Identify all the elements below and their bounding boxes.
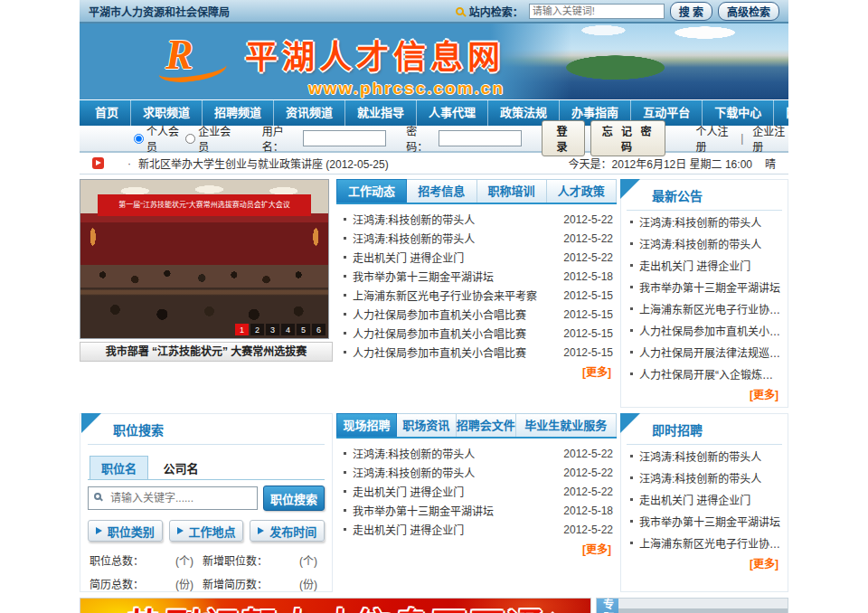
list-item: 汪鸿涛:科技创新的带头人 [627,211,782,232]
more-link[interactable]: [更多] [627,384,782,403]
username-field[interactable] [303,130,386,146]
news-link[interactable]: 走出机关门 进得企业门 [353,484,464,499]
more-link[interactable]: [更多] [338,362,615,381]
tab-jobfair-files[interactable]: 招聘会文件 [457,413,516,437]
bullet-icon [630,373,633,375]
news-date: 2012-5-15 [556,346,613,359]
site-search-input[interactable] [529,4,665,19]
news-link[interactable]: 汪鸿涛:科技创新的带头人 [353,212,475,227]
nav-item-home[interactable]: 首页 [83,100,131,126]
list-item: 人力社保局参加市直机关小合唱比赛2012-5-15 [338,324,615,343]
special-column-banner[interactable]: 专题专栏 精英引领 1 2 3 4 5 [596,598,788,613]
celebration-banner[interactable]: 热烈祝贺人才信息网开通 [80,598,591,613]
photo-pager-item[interactable]: 4 [281,324,295,335]
nav-item-info[interactable]: 资讯频道 [274,100,345,126]
password-field[interactable] [439,130,522,146]
stat-label: 简历总数： [90,576,158,591]
password-label: 密码： [406,123,433,154]
nav-item-download[interactable]: 下载中心 [703,100,774,126]
news-link[interactable]: 人力社保局参加市直机关小合唱比赛 [353,306,526,322]
bullet-icon [344,256,346,259]
news-link[interactable]: 汪鸿涛:科技创新的带头人 [353,231,475,246]
tab-exam-info[interactable]: 招考信息 [407,179,476,203]
forgot-password-button[interactable]: 忘 记 密 码 [590,120,665,156]
ticker-news-link[interactable]: 新北区举办大学生创业与就业政策讲座 (2012-05-25) [138,156,389,171]
photo-pager-item[interactable]: 5 [297,324,310,335]
nav-item-recruit[interactable]: 招聘频道 [203,100,274,126]
announce-link[interactable]: 上海浦东新区光电子行业协会来平考 [639,301,782,316]
photo-pager-item[interactable]: 3 [266,324,279,335]
photo-pager-item[interactable]: 6 [312,324,326,335]
news-link[interactable]: 人力社保局参加市直机关小合唱比赛 [353,344,526,360]
instant-job-link[interactable]: 我市举办第十三期金平湖讲坛 [639,514,780,529]
news-link[interactable]: 走出机关门 进得企业门 [353,250,464,265]
announce-link[interactable]: 走出机关门 进得企业门 [639,258,750,273]
more-link[interactable]: [更多] [338,539,615,558]
tab-work-news[interactable]: 工作动态 [336,179,407,203]
job-stats: 职位总数： (个) 新增职位数： (个) 简历总数： (份) 新增简历数： (份… [88,552,325,591]
nav-item-hr-agency[interactable]: 人事代理 [417,100,488,126]
filter-job-category[interactable]: 职位类别 [88,520,163,542]
nav-item-guidance[interactable]: 就业指导 [345,100,417,126]
photo-caption-link[interactable]: 我市部署 “江苏技能状元” 大赛常州选拔赛 [80,342,333,362]
filter-publish-time[interactable]: 发布时间 [250,520,325,542]
page: 平湖市人力资源和社会保障局 站内检索： 搜 索 高级检索 R 平湖人才信息网 w… [80,0,788,613]
nav-item-sitemap[interactable]: 网站地图 [774,100,844,126]
news-link[interactable]: 我市举办第十三期金平湖讲坛 [353,503,494,518]
tab-career-info[interactable]: 职场资讯 [397,413,457,437]
news-photo[interactable]: 第一届“江苏技能状元”大赛常州选拔赛动员会扩大会议 1 2 3 4 5 6 [80,179,329,339]
job-search-button[interactable]: 职位搜索 [263,486,325,511]
news-link[interactable]: 走出机关门 进得企业门 [353,522,464,537]
instant-job-link[interactable]: 上海浦东新区光电子行业协会来平考 [639,535,782,551]
instant-job-link[interactable]: 汪鸿涛:科技创新的带头人 [639,470,761,486]
bullet-icon [630,264,633,267]
bullet-icon [344,275,346,278]
main-content: 第一届“江苏技能状元”大赛常州选拔赛动员会扩大会议 1 2 3 4 5 6 我市… [80,174,788,613]
tab-title-training[interactable]: 职称培训 [477,179,547,203]
search-button[interactable]: 搜 索 [670,2,712,21]
company-register-link[interactable]: 企业注册 [752,123,788,154]
stat-value: (份) [162,576,199,591]
instant-job-link[interactable]: 汪鸿涛:科技创新的带头人 [639,448,761,464]
bullet-icon [344,509,346,512]
personal-register-link[interactable]: 个人注册 [696,123,732,154]
tab-talent-policy[interactable]: 人才政策 [547,179,617,203]
keyword-input[interactable] [88,486,258,510]
company-member-radio[interactable]: 企业会员 [185,123,231,154]
arrow-right-icon [96,527,102,534]
news-date: 2012-5-22 [556,448,613,460]
announce-link[interactable]: 人力社保局参加市直机关小合唱比赛 [639,323,782,338]
site-search-label: 站内检索： [469,4,524,19]
tab-onsite-recruit[interactable]: 现场招聘 [336,413,397,437]
tab-position-name[interactable]: 职位名 [90,456,148,479]
photo-pager-item[interactable]: 2 [250,324,264,335]
tab-graduate-service[interactable]: 毕业生就业服务 [516,413,617,437]
list-item: 汪鸿涛:科技创新的带头人2012-5-22 [338,463,615,482]
list-item: 上海浦东新区光电子行业协会来平考 [627,297,782,319]
personal-member-radio[interactable]: 个人会员 [134,123,180,154]
instant-job-link[interactable]: 走出机关门 进得企业门 [639,492,750,507]
login-button[interactable]: 登 录 [542,120,585,156]
photo-pager-item[interactable]: 1 [235,324,249,335]
announce-link[interactable]: 汪鸿涛:科技创新的带头人 [639,236,761,251]
filter-work-location[interactable]: 工作地点 [169,520,244,542]
news-link[interactable]: 上海浦东新区光电子行业协会来平考察 [353,288,537,303]
advanced-search-button[interactable]: 高级检索 [718,2,779,21]
news-link[interactable]: 我市举办第十三期金平湖讲坛 [353,269,494,284]
personal-member-radio-input[interactable] [134,134,144,144]
company-member-radio-input[interactable] [185,134,195,144]
stat-value: (份) [286,576,324,591]
announce-link[interactable]: 我市举办第十三期金平湖讲坛 [639,279,780,295]
announce-link[interactable]: 汪鸿涛:科技创新的带头人 [639,214,761,230]
announce-link[interactable]: 人力社保局开展“入企锻炼提素质” [639,366,782,382]
bullet-icon [344,490,346,493]
nav-item-jobseek[interactable]: 求职频道 [131,100,203,126]
news-link[interactable]: 人力社保局参加市直机关小合唱比赛 [353,325,526,341]
news-link[interactable]: 汪鸿涛:科技创新的带头人 [353,446,475,461]
more-link[interactable]: [更多] [627,553,782,572]
site-title: 平湖人才信息网 [245,31,505,78]
instant-jobs-column: 即时招聘 汪鸿涛:科技创新的带头人 汪鸿涛:科技创新的带头人 走出机关门 进得企… [620,413,788,592]
tab-company-name[interactable]: 公司名 [152,457,209,479]
news-link[interactable]: 汪鸿涛:科技创新的带头人 [353,465,475,480]
announce-link[interactable]: 人力社保局开展法律法规巡回培训 [639,344,782,360]
